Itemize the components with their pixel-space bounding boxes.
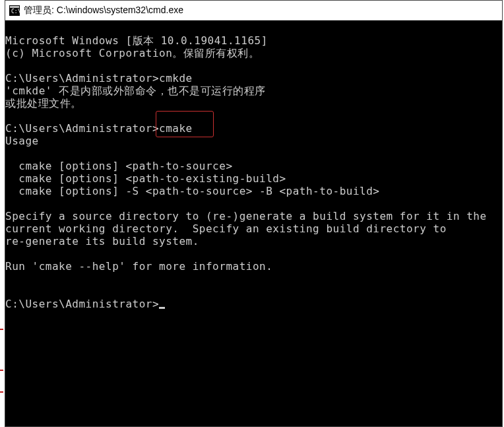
output-line: 或批处理文件。: [5, 97, 82, 110]
window-title: 管理员: C:\windows\system32\cmd.exe: [24, 5, 183, 16]
output-line: Run 'cmake --help' for more information.: [5, 260, 272, 273]
output-line: cmake [options] <path-to-existing-build>: [5, 172, 286, 185]
terminal-area[interactable]: Microsoft Windows [版本 10.0.19041.1165] (…: [5, 20, 502, 426]
annotation-underline: [0, 370, 3, 371]
output-line: (c) Microsoft Corporation。保留所有权利。: [5, 47, 259, 59]
output-line: re-generate its build system.: [5, 235, 199, 247]
output-line: cmake [options] <path-to-source>: [5, 160, 233, 172]
output-line: Specify a source directory to (re-)gener…: [5, 210, 487, 222]
annotation-underline: [0, 391, 3, 393]
cursor: [159, 307, 165, 309]
output-line: cmake [options] -S <path-to-source> -B <…: [5, 185, 379, 197]
prompt-line: C:\Users\Administrator>cmake: [5, 122, 193, 135]
svg-rect-1: [10, 6, 19, 8]
output-line: current working directory. Specify an ex…: [5, 222, 447, 235]
cmd-icon: C:\: [9, 5, 20, 16]
annotation-underline: [0, 329, 3, 330]
cmd-window: C:\ 管理员: C:\windows\system32\cmd.exe Mic…: [5, 0, 503, 427]
titlebar[interactable]: C:\ 管理员: C:\windows\system32\cmd.exe: [5, 1, 502, 20]
svg-text:C:\: C:\: [11, 9, 20, 15]
output-line: Microsoft Windows [版本 10.0.19041.1165]: [5, 34, 268, 47]
output-line: Usage: [5, 135, 39, 147]
prompt-line: C:\Users\Administrator>: [5, 298, 165, 310]
prompt-line: C:\Users\Administrator>cmkde: [5, 72, 193, 84]
prompt-text: C:\Users\Administrator>: [5, 298, 159, 310]
output-line: 'cmkde' 不是内部或外部命令，也不是可运行的程序: [5, 84, 266, 97]
